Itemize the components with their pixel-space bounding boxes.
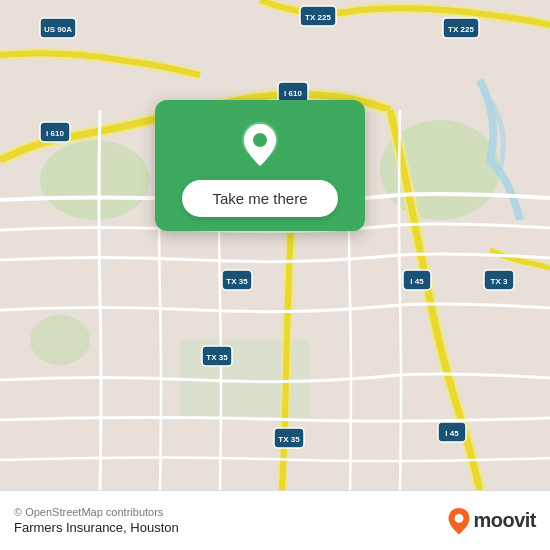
svg-text:I 45: I 45 <box>410 277 424 286</box>
location-label: Farmers Insurance, Houston <box>14 520 179 535</box>
location-card: Take me there <box>155 100 365 231</box>
bottom-bar: © OpenStreetMap contributors Farmers Ins… <box>0 490 550 550</box>
moovit-text-label: moovit <box>473 509 536 532</box>
take-me-there-button[interactable]: Take me there <box>182 180 337 217</box>
svg-text:TX 225: TX 225 <box>305 13 331 22</box>
svg-text:TX 35: TX 35 <box>278 435 300 444</box>
svg-text:TX 3: TX 3 <box>491 277 508 286</box>
svg-text:US 90A: US 90A <box>44 25 72 34</box>
svg-text:TX 35: TX 35 <box>226 277 248 286</box>
svg-text:I 610: I 610 <box>284 89 302 98</box>
osm-attribution: © OpenStreetMap contributors <box>14 506 179 518</box>
svg-text:TX 35: TX 35 <box>206 353 228 362</box>
svg-text:I 610: I 610 <box>46 129 64 138</box>
moovit-logo: moovit <box>445 507 536 535</box>
svg-point-4 <box>30 315 90 365</box>
svg-point-32 <box>455 514 464 523</box>
svg-text:TX 225: TX 225 <box>448 25 474 34</box>
svg-text:I 45: I 45 <box>445 429 459 438</box>
moovit-pin-icon <box>445 507 473 535</box>
map-container: US 90A TX 225 TX 225 I 610 I 610 I 610 T… <box>0 0 550 490</box>
svg-point-31 <box>253 133 267 147</box>
location-pin-icon <box>234 118 286 170</box>
bottom-left-info: © OpenStreetMap contributors Farmers Ins… <box>14 506 179 535</box>
svg-point-1 <box>40 140 150 220</box>
